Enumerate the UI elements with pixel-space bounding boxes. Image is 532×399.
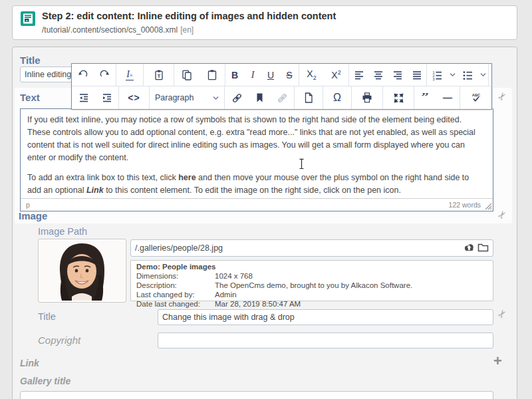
add-link-button[interactable]: + bbox=[493, 355, 502, 367]
format-select-value: Paragraph bbox=[155, 93, 194, 102]
image-path-field bbox=[130, 239, 493, 257]
page-title: Step 2: edit content: Inline editing of … bbox=[42, 11, 336, 21]
image-thumbnail[interactable] bbox=[38, 239, 126, 303]
richtext-toolbar: I× T B I U S bbox=[71, 63, 492, 110]
image-title-input[interactable] bbox=[158, 309, 493, 325]
field-label-image-title: Title bbox=[38, 311, 56, 322]
italic-icon[interactable]: I bbox=[244, 64, 261, 86]
blockquote-icon[interactable]: ” bbox=[414, 86, 436, 109]
underline-icon[interactable]: U bbox=[261, 64, 280, 86]
spellcheck-icon[interactable]: ABC bbox=[460, 86, 492, 109]
clear-formatting-icon[interactable]: I× bbox=[116, 64, 143, 86]
field-label-copyright: Copyright bbox=[38, 334, 80, 346]
gallery-title-input[interactable] bbox=[20, 391, 493, 399]
svg-text:ABC: ABC bbox=[472, 93, 481, 97]
paragraph: To add an extra link box to this text, c… bbox=[27, 172, 485, 197]
copy-icon[interactable] bbox=[174, 64, 200, 86]
upload-icon[interactable] bbox=[464, 243, 475, 253]
superscript-icon[interactable]: X2 bbox=[324, 64, 348, 86]
text-cursor-icon bbox=[299, 158, 305, 170]
field-label-title: Title bbox=[20, 55, 41, 66]
richtext-editor-area[interactable]: If you edit text inline, you may notice … bbox=[20, 108, 493, 211]
horizontal-rule-icon[interactable]: — bbox=[436, 86, 460, 109]
inline-bold-here: here bbox=[178, 173, 196, 182]
editor-content[interactable]: If you edit text inline, you may notice … bbox=[21, 109, 493, 197]
inline-bold-italic-link: Link bbox=[86, 186, 104, 195]
resource-path: /tutorial/.content/section/cs_00008.xml[… bbox=[42, 25, 194, 35]
bullet-list-icon[interactable] bbox=[458, 64, 477, 86]
chevron-down-icon bbox=[213, 96, 219, 100]
section-label-image: Image bbox=[19, 210, 47, 221]
content-header-card: Step 2: edit content: Inline editing of … bbox=[12, 5, 517, 40]
subscript-icon[interactable]: X2 bbox=[299, 64, 324, 86]
resource-path-text: /tutorial/.content/section/cs_00008.xml bbox=[42, 25, 178, 35]
section-label-link: Link bbox=[20, 358, 39, 368]
strikethrough-icon[interactable]: S bbox=[280, 64, 299, 86]
paragraph: If you edit text inline, you may notice … bbox=[27, 114, 485, 164]
resource-locale: [en] bbox=[180, 25, 194, 35]
align-left-icon[interactable] bbox=[349, 64, 368, 86]
field-label-text: Text bbox=[20, 92, 40, 103]
image-info-box: Demo: People images Dimensions:1024 x 76… bbox=[130, 260, 493, 301]
fullscreen-icon[interactable] bbox=[383, 86, 414, 109]
word-count: 122 words bbox=[449, 201, 481, 209]
editor-statusbar: p 122 words bbox=[21, 198, 493, 211]
content-section-icon bbox=[21, 11, 35, 26]
insert-link-icon[interactable] bbox=[225, 86, 249, 109]
resize-handle-icon[interactable] bbox=[485, 203, 492, 210]
portrait-photo bbox=[40, 241, 124, 301]
decrease-indent-icon[interactable] bbox=[72, 86, 95, 109]
paste-document-icon[interactable] bbox=[295, 86, 323, 109]
image-info-title: Demo: People images bbox=[136, 262, 487, 271]
element-path[interactable]: p bbox=[26, 201, 30, 209]
source-code-icon[interactable]: <> bbox=[119, 86, 149, 109]
numbered-list-icon[interactable]: 123 bbox=[427, 64, 447, 86]
align-center-icon[interactable] bbox=[368, 64, 388, 86]
special-character-icon[interactable]: Ω bbox=[323, 86, 351, 109]
gallery-folder-icon[interactable] bbox=[477, 242, 489, 253]
paste-as-text-icon[interactable]: T bbox=[144, 64, 174, 86]
opencms-content-editor: Step 2: edit content: Inline editing of … bbox=[0, 0, 532, 399]
section-label-gallery-title: Gallery title bbox=[20, 376, 70, 386]
align-justify-icon[interactable] bbox=[407, 64, 426, 86]
format-select[interactable]: Paragraph bbox=[150, 86, 224, 109]
toolbar-row-1: I× T B I U S bbox=[72, 64, 491, 86]
copyright-input[interactable] bbox=[158, 332, 493, 348]
svg-text:T: T bbox=[157, 73, 160, 79]
increase-indent-icon[interactable] bbox=[95, 86, 118, 109]
paste-icon[interactable] bbox=[200, 64, 225, 86]
redo-icon[interactable] bbox=[94, 64, 116, 86]
field-label-image-path: Image Path bbox=[38, 226, 87, 237]
anchor-bookmark-icon[interactable] bbox=[249, 86, 270, 109]
svg-text:3: 3 bbox=[433, 76, 435, 80]
bullet-list-menu-icon[interactable] bbox=[477, 64, 488, 86]
undo-icon[interactable] bbox=[72, 64, 94, 86]
align-right-icon[interactable] bbox=[388, 64, 407, 86]
toolbar-row-2: <> Paragraph bbox=[72, 86, 491, 109]
print-icon[interactable] bbox=[352, 86, 382, 109]
image-path-input[interactable] bbox=[130, 239, 493, 257]
numbered-list-menu-icon[interactable] bbox=[447, 64, 458, 86]
bold-icon[interactable]: B bbox=[225, 64, 244, 86]
unlink-icon[interactable] bbox=[270, 86, 294, 109]
